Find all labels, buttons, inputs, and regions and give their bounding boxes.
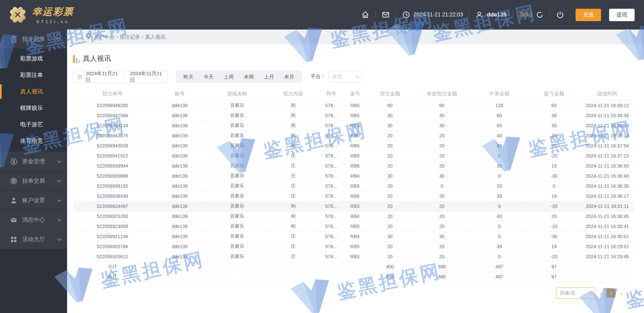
- power-icon[interactable]: [556, 11, 564, 19]
- breadcrumb-items: 用户中心 > 投注记录 > 真人视讯: [94, 34, 165, 40]
- table-cell: 0: [471, 151, 527, 161]
- breadcrumb-item-2[interactable]: 真人视讯: [145, 34, 165, 40]
- sidebar-section-5[interactable]: 活动大厅: [0, 230, 67, 249]
- table-row[interactable]: 522056939886dde139百家乐庄578...RB430300-302…: [73, 171, 634, 181]
- table-cell: 20: [471, 181, 527, 191]
- brand-logo[interactable]: 幸运彩票 0711i.cc: [8, 5, 74, 25]
- table-cell: 20: [413, 252, 472, 262]
- recharge-button[interactable]: 充值: [576, 9, 601, 21]
- table-cell: 20: [368, 181, 413, 191]
- table-row[interactable]: 522056949200dde139百家乐闲578...RB5606012060…: [73, 100, 634, 110]
- table-row[interactable]: 522056943875dde139百家乐闲578...RB6202040202…: [73, 131, 634, 141]
- table-cell: 庄: [267, 252, 320, 262]
- sidebar-item-5[interactable]: 体育电竞: [0, 133, 67, 149]
- sidebar-item-0[interactable]: 彩票游戏: [0, 50, 67, 67]
- location-pin-icon: [86, 33, 91, 41]
- table-cell: 578...: [320, 191, 342, 201]
- quick-range-4[interactable]: 上月: [259, 71, 279, 83]
- user-account[interactable]: dde139: [475, 11, 506, 19]
- sidebar-item-1[interactable]: 彩票注单: [0, 67, 67, 83]
- table-cell: 闲: [267, 131, 320, 141]
- column-header: 有效投注金额: [413, 88, 472, 100]
- table-cell: RB5: [342, 221, 368, 231]
- table-cell: 2024-11-21 16:40:12: [581, 100, 634, 110]
- sidebar-item-label: 彩票注单: [20, 71, 43, 79]
- refresh-icon[interactable]: [536, 11, 544, 19]
- table-row[interactable]: 522056923058dde139百家乐闲578...RB520200-202…: [73, 221, 634, 231]
- breadcrumb-item-1[interactable]: 投注记录: [120, 34, 140, 40]
- table-cell: 400: [368, 262, 413, 272]
- divider: [550, 11, 550, 19]
- quick-range-1[interactable]: 今天: [199, 71, 219, 83]
- table-row[interactable]: 522056944134dde139百家乐闲578...RB4303060302…: [73, 121, 634, 131]
- table-cell: 闲: [267, 110, 320, 121]
- home-icon[interactable]: [361, 11, 369, 19]
- quick-range-3[interactable]: 本周: [239, 71, 259, 83]
- divider: [469, 11, 469, 19]
- breadcrumb-item-0[interactable]: 用户中心: [94, 34, 114, 40]
- table-row[interactable]: 522056924497dde139百家乐闲578...RB320200-202…: [73, 201, 634, 211]
- table-cell: 2024-11-21 16:30:41: [581, 221, 634, 231]
- quick-range-0[interactable]: 昨天: [178, 71, 199, 83]
- table-row[interactable]: 522056947566dde139百家乐闲578...RB5303060302…: [73, 110, 634, 121]
- withdraw-button[interactable]: 提现: [609, 9, 635, 21]
- table-row[interactable]: 522056941522dde139百家乐庄578...RB520200-202…: [73, 151, 634, 161]
- table-cell: -30: [527, 231, 581, 241]
- table-cell: 97: [527, 272, 581, 282]
- column-header: 游戏名称: [208, 88, 267, 100]
- sidebar-item-label: 棋牌娱乐: [20, 104, 43, 112]
- username: dde139: [487, 11, 506, 18]
- sidebar-section-3[interactable]: 账户设置: [0, 191, 67, 210]
- table-row[interactable]: 522056923260dde139百家乐闲578...RB4202040202…: [73, 211, 634, 221]
- table-cell: [320, 262, 342, 272]
- table-cell: 闲: [267, 100, 320, 110]
- current-page-button[interactable]: 1: [606, 288, 615, 298]
- table-row[interactable]: 522056921236dde139百家乐庄578...RB430300-302…: [73, 231, 634, 241]
- table-cell: 2024-11-21 16:29:46: [581, 252, 634, 262]
- sidebar-item-3[interactable]: 棋牌娱乐: [0, 100, 67, 116]
- table-cell: RB5: [342, 241, 368, 252]
- table-cell: 2024-11-21 16:38:15: [581, 131, 634, 141]
- sidebar-section-2[interactable]: 挂单交易: [0, 171, 67, 191]
- prev-page-icon[interactable]: ‹: [599, 290, 603, 297]
- sidebar-item-4[interactable]: 电子游艺: [0, 116, 67, 133]
- sidebar-item-2[interactable]: 真人视讯: [0, 83, 67, 100]
- table-cell: 0: [471, 171, 527, 181]
- table-cell: 百家乐: [208, 171, 267, 181]
- page-size-value: 20条/页: [560, 290, 576, 296]
- table-row[interactable]: 522056939944dde139百家乐庄578...RB6202039192…: [73, 161, 634, 171]
- page-size-select[interactable]: 20条/页: [556, 287, 595, 299]
- quick-range-2[interactable]: 上周: [219, 71, 239, 83]
- sidebar-section-0[interactable]: 投注记录: [0, 30, 67, 49]
- table-cell: dde139: [152, 151, 208, 161]
- body-row: 投注记录彩票游戏彩票注单真人视讯棋牌娱乐电子游艺体育电竞资金管理挂单交易账户设置…: [0, 30, 644, 313]
- date-range-picker[interactable]: 2024年11月21日 - 2024年11月21日: [73, 71, 168, 83]
- quick-range-5[interactable]: 本月: [279, 71, 299, 83]
- table-cell: 2024-11-21 16:36:17: [581, 191, 634, 201]
- app-root: 幸运彩票 0711i.cc 2024-11-21 21:22:03: [0, 0, 644, 313]
- divider: [375, 11, 376, 19]
- quick-range-group: 昨天今天上周本周上月本月: [176, 71, 302, 83]
- table-row[interactable]: 522056920612dde139百家乐庄578...RB320200-202…: [73, 252, 634, 262]
- table-cell: [581, 272, 634, 282]
- table-cell: 400: [368, 272, 413, 282]
- table-row[interactable]: 522056943039dde139百家乐闲578...RB5202040202…: [73, 141, 634, 151]
- table-cell: 百家乐: [208, 151, 267, 161]
- sidebar-section-1[interactable]: 资金管理: [0, 152, 67, 171]
- mail-icon[interactable]: [382, 11, 390, 19]
- next-page-icon[interactable]: ›: [620, 290, 623, 297]
- table-row[interactable]: 522056939155dde139百家乐庄578...RB5200200202…: [73, 181, 634, 191]
- table-cell: 20: [413, 141, 472, 151]
- table-cell: 578...: [320, 252, 342, 262]
- table-cell: 522056943039: [73, 141, 152, 151]
- table-cell: 578...: [320, 171, 342, 181]
- table-cell: 2024-11-21 16:36:50: [581, 161, 634, 171]
- platform-select[interactable]: 全部: [328, 71, 362, 83]
- table-cell: [208, 262, 267, 272]
- date-separator: -: [122, 74, 127, 80]
- table-cell: 20: [368, 211, 413, 221]
- table-row[interactable]: 522056920786dde139百家乐庄578...RB5202039192…: [73, 241, 634, 252]
- table-cell: 30: [413, 110, 472, 121]
- sidebar-section-4[interactable]: 消息中心: [0, 210, 67, 230]
- table-row[interactable]: 522056938438dde139百家乐庄578...RB6202039192…: [73, 191, 634, 201]
